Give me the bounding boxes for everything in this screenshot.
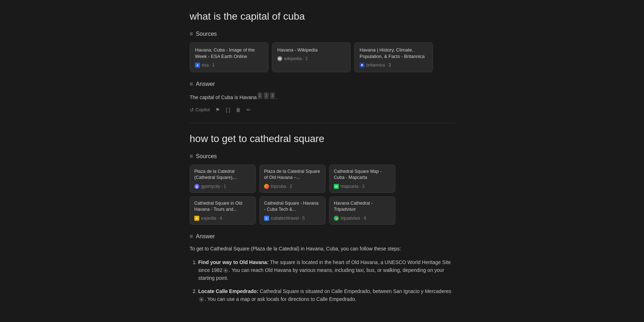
step2-cite[interactable]: ● xyxy=(199,297,204,302)
source2-card-2[interactable]: Plaza de la Catedral Square of Old Havan… xyxy=(259,165,326,193)
answer1-actions: ↺ Copilot ⚑ [ ] 🗑 ✏ xyxy=(190,107,454,113)
step2-text2: . You can use a map or ask locals for di… xyxy=(205,296,356,302)
sources1-label: Sources xyxy=(196,31,217,37)
source1-site: esa · 1 xyxy=(202,63,215,68)
answer1-header: ≡ Answer xyxy=(190,81,454,87)
src2-5-site: cubatechtravel · 5 xyxy=(271,216,305,221)
answer1-text: The capital of Cuba is Havana123. xyxy=(190,92,454,102)
src2-1-meta: g gpsmycity · 1 xyxy=(194,184,251,189)
source3-site: britannica · 3 xyxy=(366,63,391,68)
answer2-list: Find your way to Old Havana: The square … xyxy=(190,258,454,303)
sources1-header: ≡ Sources xyxy=(190,31,454,37)
sources2-grid: Plaza de la Catedral (Cathedral Square),… xyxy=(190,165,454,225)
src2-3-meta: m mapcarta · 3 xyxy=(334,184,391,189)
sources1-grid: Havana, Cuba - Image of the Week - ESA E… xyxy=(190,42,454,72)
copilot-icon: ↺ xyxy=(190,107,194,113)
source3-title: Havana | History, Climate, Population, &… xyxy=(360,47,428,60)
answer2-label: Answer xyxy=(196,233,215,240)
copilot-label: Copilot xyxy=(195,107,210,112)
source2-site: wikipedia · 2 xyxy=(284,56,308,61)
favicon-gpsmycity: g xyxy=(194,184,199,189)
src2-2-site: tripcuba · 2 xyxy=(271,184,292,189)
answer2-step-1: Find your way to Old Havana: The square … xyxy=(198,258,454,282)
answer2-header: ≡ Answer xyxy=(190,233,454,240)
src2-1-site: gpsmycity · 1 xyxy=(201,184,226,189)
sources2-header: ≡ Sources xyxy=(190,153,454,160)
bracket-button[interactable]: [ ] xyxy=(226,107,230,113)
answer2-section: ≡ Answer To get to Cathedral Square (Pla… xyxy=(190,233,454,303)
sources2-label: Sources xyxy=(196,153,217,160)
step1-bold: Find your way to Old Havana: xyxy=(198,259,269,265)
source1-meta: e esa · 1 xyxy=(195,63,263,68)
source2-card-3[interactable]: Cathedral Square Map - Cuba - Mapcarta m… xyxy=(329,165,395,193)
trash-icon: 🗑 xyxy=(236,107,241,113)
source3-meta: B britannica · 3 xyxy=(360,63,428,68)
src2-3-title: Cathedral Square Map - Cuba - Mapcarta xyxy=(334,169,391,181)
favicon-tripadvisor: 🦉 xyxy=(334,216,339,221)
answer1-label: Answer xyxy=(196,81,215,87)
src2-6-meta: 🦉 tripadvisor · 6 xyxy=(334,216,391,221)
query1-title: what is the capital of cuba xyxy=(190,11,454,22)
answer1-before: The capital of Cuba is Havana xyxy=(190,94,257,100)
source2-card-1[interactable]: Plaza de la Catedral (Cathedral Square),… xyxy=(190,165,256,193)
answer2-intro: To get to Cathedral Square (Plaza de la … xyxy=(190,245,454,253)
step1-text2: . You can reach Old Havana by various me… xyxy=(198,267,444,281)
source2-card-4[interactable]: Cathedral Square in Old Havana - Tours a… xyxy=(190,196,256,225)
sources2-icon: ≡ xyxy=(190,153,193,160)
bookmark-button[interactable]: ⚑ xyxy=(215,107,220,113)
step2-bold: Locate Calle Empedrado: xyxy=(198,288,258,294)
src2-6-title: Havana Cathedral - Tripadvisor xyxy=(334,200,391,213)
favicon-britannica: B xyxy=(360,63,365,68)
citation-2[interactable]: 2 xyxy=(264,92,269,99)
answer2-icon: ≡ xyxy=(190,233,193,240)
favicon-wiki: W xyxy=(277,56,282,61)
source1-title: Havana, Cuba - Image of the Week - ESA E… xyxy=(195,47,263,60)
source-card-3[interactable]: Havana | History, Climate, Population, &… xyxy=(354,42,433,72)
answer2-step-2: Locate Calle Empedrado: Cathedral Square… xyxy=(198,287,454,303)
answer1-section: ≡ Answer The capital of Cuba is Havana12… xyxy=(190,81,454,112)
step2-text: Cathedral Square is situated on Calle Em… xyxy=(258,288,451,294)
favicon-cubatechtravel: c xyxy=(264,216,269,221)
source2-meta: W wikipedia · 2 xyxy=(277,56,345,61)
divider1 xyxy=(190,123,454,123)
trash-button[interactable]: 🗑 xyxy=(236,107,241,113)
source2-card-5[interactable]: Cathedral Square - Havana - Cuba Tech &.… xyxy=(259,196,326,225)
bracket-icon: [ ] xyxy=(226,107,230,113)
source-card-2[interactable]: Havana - Wikipedia W wikipedia · 2 xyxy=(272,42,351,72)
src2-5-meta: c cubatechtravel · 5 xyxy=(264,216,321,221)
src2-4-meta: e expedia · 4 xyxy=(194,216,251,221)
src2-2-meta: tripcuba · 2 xyxy=(264,184,321,189)
src2-1-title: Plaza de la Catedral (Cathedral Square),… xyxy=(194,169,251,181)
query2-title: how to get to cathedral square xyxy=(190,133,454,145)
edit-icon: ✏ xyxy=(247,107,251,113)
answer1-after: . xyxy=(275,94,277,100)
src2-4-site: expedia · 4 xyxy=(201,216,222,221)
step1-cite[interactable]: ● xyxy=(223,268,228,273)
bookmark-icon: ⚑ xyxy=(215,107,220,113)
citation-3[interactable]: 3 xyxy=(270,92,275,99)
favicon-esa: e xyxy=(195,63,200,68)
citation-1[interactable]: 1 xyxy=(258,92,263,99)
source2-title: Havana - Wikipedia xyxy=(277,47,345,53)
copilot-button[interactable]: ↺ Copilot xyxy=(190,107,210,113)
src2-2-title: Plaza de la Catedral Square of Old Havan… xyxy=(264,169,321,181)
edit-button[interactable]: ✏ xyxy=(247,107,251,113)
answer1-icon: ≡ xyxy=(190,81,193,87)
favicon-mapcarta: m xyxy=(334,184,339,189)
favicon-tripcuba xyxy=(264,184,269,189)
source2-card-6[interactable]: Havana Cathedral - Tripadvisor 🦉 tripadv… xyxy=(329,196,395,225)
src2-6-site: tripadvisor · 6 xyxy=(341,216,366,221)
favicon-expedia: e xyxy=(194,216,199,221)
src2-5-title: Cathedral Square - Havana - Cuba Tech &.… xyxy=(264,200,321,213)
main-container: what is the capital of cuba ≡ Sources Ha… xyxy=(175,0,469,322)
source-card-1[interactable]: Havana, Cuba - Image of the Week - ESA E… xyxy=(190,42,268,72)
sources1-icon: ≡ xyxy=(190,31,193,37)
src2-3-site: mapcarta · 3 xyxy=(341,184,365,189)
src2-4-title: Cathedral Square in Old Havana - Tours a… xyxy=(194,200,251,213)
